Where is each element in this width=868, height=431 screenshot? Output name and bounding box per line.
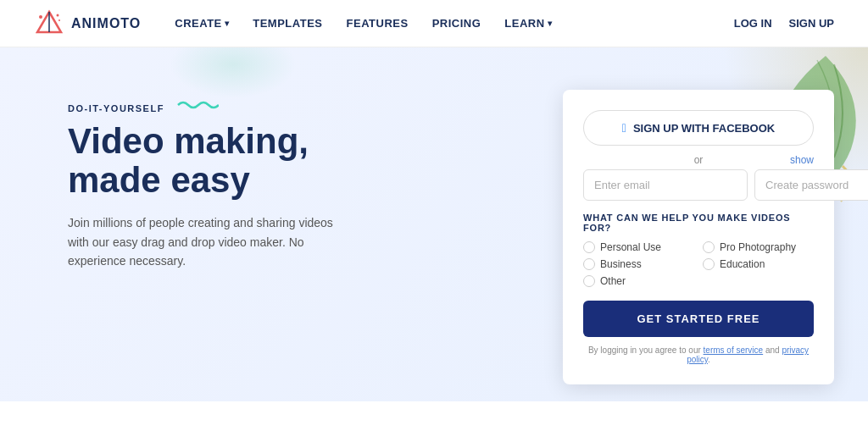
signup-card:  SIGN UP WITH FACEBOOK or show WHAT CAN…: [563, 90, 834, 384]
option-business[interactable]: Business: [583, 258, 694, 270]
nav-features[interactable]: FEATURES: [347, 17, 409, 30]
svg-point-2: [39, 15, 42, 19]
drive-traffic-icon: ★: [341, 427, 527, 431]
nav-templates[interactable]: TEMPLATES: [253, 17, 322, 30]
radio-button: [583, 258, 595, 270]
option-education[interactable]: Education: [703, 258, 814, 270]
increase-sales-icon: +: [74, 427, 260, 431]
facebook-signup-button[interactable]:  SIGN UP WITH FACEBOOK: [583, 110, 814, 146]
hero-content: DO-IT-YOURSELF Video making, made easy J…: [68, 81, 563, 271]
feature-engage-audience: ♥ ★ ! ENGAGE YOUR AUDIENCE Stand out in …: [608, 427, 794, 431]
option-other[interactable]: Other: [583, 275, 694, 287]
logo-text: ANIMOTO: [71, 16, 141, 31]
radio-button: [703, 241, 715, 253]
video-purpose-options: Personal Use Pro Photography Business Ed…: [583, 241, 814, 287]
or-divider: or show: [583, 154, 814, 166]
terms-link[interactable]: terms of service: [704, 345, 764, 355]
get-started-button[interactable]: GET STARTED FREE: [583, 301, 814, 337]
hero-section: DO-IT-YOURSELF Video making, made easy J…: [0, 47, 868, 401]
password-field[interactable]: [754, 169, 868, 201]
nav-pricing[interactable]: PRICING: [432, 17, 481, 30]
radio-button: [583, 241, 595, 253]
terms-text: By logging in you agree to our terms of …: [583, 345, 814, 364]
option-pro-photography[interactable]: Pro Photography: [703, 241, 814, 253]
chevron-down-icon: ▾: [225, 19, 230, 28]
logo-icon: [34, 8, 64, 39]
engage-audience-icon: ♥ ★ !: [608, 427, 794, 431]
feature-drive-traffic: ★ DRIVE TRAFFIC Drive customers to your …: [341, 427, 527, 431]
logo[interactable]: ANIMOTO: [34, 8, 141, 39]
option-personal-use[interactable]: Personal Use: [583, 241, 694, 253]
show-password-link[interactable]: show: [790, 154, 814, 166]
facebook-icon: : [622, 121, 626, 135]
svg-point-3: [57, 14, 59, 16]
navigation: ANIMOTO CREATE ▾ TEMPLATES FEATURES PRIC…: [0, 0, 868, 47]
chevron-down-icon: ▾: [548, 19, 553, 28]
hero-description: Join millions of people creating and sha…: [68, 213, 356, 270]
hero-tag: DO-IT-YOURSELF: [68, 98, 563, 113]
feature-increase-sales: + INCREASE SALES 93% of businesses using…: [74, 427, 260, 431]
nav-auth-area: LOG IN SIGN UP: [734, 17, 834, 30]
nav-links: CREATE ▾ TEMPLATES FEATURES PRICING LEAR…: [175, 17, 733, 30]
wave-decoration: [176, 98, 219, 113]
features-section: + INCREASE SALES 93% of businesses using…: [0, 401, 868, 431]
radio-button: [703, 258, 715, 270]
nav-create[interactable]: CREATE ▾: [175, 17, 229, 30]
hero-title: Video making, made easy: [68, 122, 563, 200]
svg-point-4: [58, 19, 60, 21]
signup-link[interactable]: SIGN UP: [789, 17, 834, 30]
nav-learn[interactable]: LEARN ▾: [504, 17, 552, 30]
credential-inputs: [583, 169, 814, 201]
radio-section-title: WHAT CAN WE HELP YOU MAKE VIDEOS FOR?: [583, 213, 814, 233]
email-field[interactable]: [583, 169, 748, 201]
login-link[interactable]: LOG IN: [734, 17, 772, 30]
radio-button: [583, 275, 595, 287]
